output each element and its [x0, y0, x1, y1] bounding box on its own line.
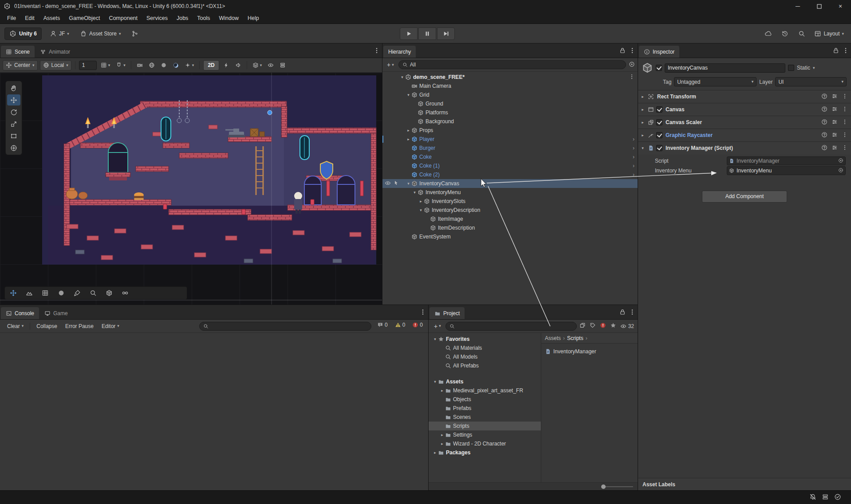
- hierarchy-row-itemimage[interactable]: ItemImage: [382, 215, 638, 223]
- layout-dropdown[interactable]: Layout ▾: [812, 27, 847, 40]
- collapse-button[interactable]: Collapse: [33, 322, 61, 331]
- prefab-open-chevron[interactable]: ›: [633, 172, 634, 178]
- foldout-arrow[interactable]: ▸: [406, 137, 411, 141]
- project-tree-row-settings[interactable]: ▸Settings: [429, 430, 541, 439]
- hierarchy-search-picker-button[interactable]: [629, 61, 635, 69]
- project-tree-row-all-materials[interactable]: All Materials: [429, 344, 541, 352]
- notifications-muted-icon[interactable]: [809, 493, 816, 502]
- joint-overlay-button[interactable]: [118, 288, 132, 299]
- menu-edit[interactable]: Edit: [20, 15, 39, 21]
- tag-dropdown[interactable]: Untagged▾: [674, 77, 756, 86]
- hierarchy-row-coke[interactable]: Coke›: [382, 152, 638, 161]
- hierarchy-row-background[interactable]: Background: [382, 117, 638, 126]
- grid-size-input[interactable]: [79, 61, 97, 70]
- snap-settings-button[interactable]: ▾: [114, 60, 127, 70]
- object-picker-button[interactable]: [838, 168, 843, 174]
- menu-component[interactable]: Component: [104, 15, 142, 21]
- project-tree-row-scenes[interactable]: Scenes: [429, 413, 541, 422]
- hierarchy-row-props[interactable]: ▸Props: [382, 126, 638, 135]
- component-presets-button[interactable]: [831, 119, 838, 126]
- project-tree-row-packages[interactable]: ▸Packages: [429, 448, 541, 457]
- menu-jobs[interactable]: Jobs: [172, 15, 193, 21]
- project-tree-row-medieval-pixel-art-asset-fr[interactable]: ▸Medieval_pixel_art_asset_FR: [429, 386, 541, 395]
- hierarchy-row-grid[interactable]: ▾Grid: [382, 90, 638, 99]
- foldout-arrow[interactable]: ▸: [640, 120, 646, 125]
- console-searchbox[interactable]: [199, 322, 371, 331]
- hierarchy-lock-button[interactable]: [619, 47, 626, 55]
- minimize-button[interactable]: ─: [787, 0, 808, 12]
- property-object-field[interactable]: #InventoryManager: [727, 156, 846, 165]
- static-dropdown-arrow[interactable]: ▾: [813, 66, 815, 70]
- static-checkbox[interactable]: [788, 65, 794, 71]
- project-tree-row-all-prefabs[interactable]: All Prefabs: [429, 361, 541, 370]
- foldout-arrow[interactable]: ▸: [640, 94, 646, 99]
- project-tree-row-wizard-2d-character[interactable]: ▸Wizard - 2D Character: [429, 439, 541, 448]
- tab-hierarchy[interactable]: Hierarchy: [383, 46, 416, 58]
- cube-overlay-button[interactable]: [102, 288, 116, 299]
- menu-file[interactable]: File: [3, 15, 20, 21]
- move-overlay-button[interactable]: [7, 288, 20, 299]
- hidden-count-badge[interactable]: 32: [620, 323, 634, 329]
- component-menu-button[interactable]: [842, 145, 848, 152]
- prefab-open-chevron[interactable]: ›: [633, 154, 634, 160]
- version-control-button[interactable]: [129, 27, 141, 40]
- hierarchy-row-demo-scene-free[interactable]: ▾demo_scene_FREE*: [382, 73, 638, 82]
- 2d-mode-toggle[interactable]: 2D: [203, 60, 219, 70]
- asset-labels-section[interactable]: Asset Labels: [638, 478, 851, 490]
- project-searchbox[interactable]: [445, 322, 577, 331]
- component-enabled-checkbox[interactable]: [656, 145, 662, 151]
- component-menu-button[interactable]: [842, 132, 848, 139]
- unity-version-badge[interactable]: Unity 6: [4, 27, 42, 40]
- console-menu-button[interactable]: [419, 309, 426, 317]
- tab-game[interactable]: Game: [39, 307, 73, 319]
- component-menu-button[interactable]: [842, 106, 848, 113]
- inspector-menu-button[interactable]: [842, 47, 849, 55]
- foldout-arrow[interactable]: ▾: [418, 208, 424, 212]
- create-object-button[interactable]: +▾: [385, 61, 396, 68]
- project-tree-row-scripts[interactable]: Scripts: [429, 422, 541, 430]
- hierarchy-row-inventorycanvas[interactable]: ▾InventoryCanvas: [382, 179, 638, 188]
- maximize-button[interactable]: [808, 0, 830, 12]
- foldout-arrow[interactable]: ▾: [432, 379, 438, 384]
- tab-animator[interactable]: Animator: [35, 46, 75, 58]
- prefab-open-chevron[interactable]: ›: [633, 145, 634, 151]
- info-count-badge[interactable]: 0: [374, 322, 390, 328]
- component-presets-button[interactable]: [831, 93, 838, 101]
- component-help-button[interactable]: [821, 106, 827, 113]
- breadcrumb-assets[interactable]: Assets: [545, 335, 561, 341]
- scale-tool-button[interactable]: [7, 118, 20, 129]
- component-presets-button[interactable]: [831, 132, 838, 139]
- hand-tool-button[interactable]: [7, 82, 20, 94]
- step-button[interactable]: [437, 27, 455, 40]
- foldout-arrow[interactable]: ▸: [640, 133, 646, 137]
- property-object-field[interactable]: InventoryMenu: [727, 166, 846, 175]
- foldout-arrow[interactable]: ▾: [432, 337, 438, 341]
- foldout-arrow[interactable]: ▸: [418, 199, 424, 203]
- terrain-overlay-button[interactable]: [23, 288, 36, 299]
- object-picker-button[interactable]: [838, 158, 843, 164]
- foldout-arrow[interactable]: ▸: [439, 388, 445, 393]
- menu-gameobject[interactable]: GameObject: [64, 15, 104, 21]
- search-overlay-button[interactable]: [87, 288, 100, 299]
- hierarchy-row-ground[interactable]: Ground: [382, 99, 638, 108]
- component-help-button[interactable]: [821, 132, 827, 139]
- component-menu-button[interactable]: [842, 93, 848, 101]
- component-help-button[interactable]: [821, 93, 827, 101]
- component-header-graphic-raycaster[interactable]: ▸Graphic Raycaster: [638, 129, 851, 141]
- project-lock-button[interactable]: [619, 309, 626, 317]
- play-button[interactable]: [400, 27, 418, 40]
- add-component-button[interactable]: Add Component: [702, 191, 787, 203]
- project-item-inventorymanager[interactable]: #InventoryManager: [545, 347, 634, 356]
- inspector-lock-button[interactable]: [832, 47, 839, 55]
- tab-inspector[interactable]: Inspector: [639, 46, 679, 58]
- close-button[interactable]: ×: [830, 0, 851, 12]
- warnings-filter-button[interactable]: [600, 322, 606, 330]
- brush-overlay-button[interactable]: [71, 288, 84, 299]
- component-enabled-checkbox[interactable]: [656, 106, 662, 113]
- hierarchy-row-platforms[interactable]: Platforms: [382, 108, 638, 117]
- camera-settings-button[interactable]: [135, 60, 145, 70]
- hierarchy-row-player[interactable]: ▸Player›: [382, 135, 638, 144]
- effects-dropdown-button[interactable]: ▾: [183, 60, 196, 70]
- clear-button[interactable]: Clear▾: [4, 322, 27, 331]
- project-search-input[interactable]: [457, 323, 573, 329]
